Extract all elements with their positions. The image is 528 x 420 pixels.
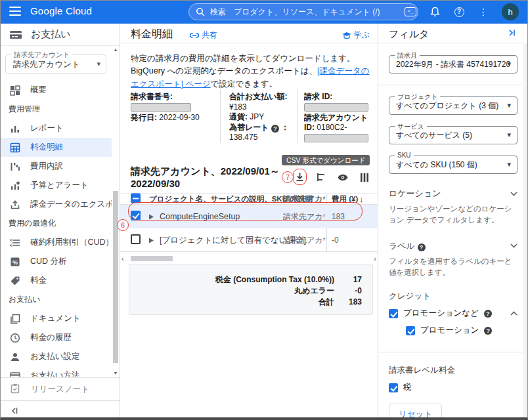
cost-table-icon — [9, 142, 21, 154]
table-row[interactable]: [プロジェクトに対して固有でない課金] 請求先アカウ -0 — [120, 228, 378, 252]
search-placeholder: 検索 プロダクト、リソース、ドキュメント (/) — [210, 7, 380, 18]
person-icon — [9, 351, 21, 363]
sidebar-item-payment-method[interactable]: お支払い方法 — [0, 366, 112, 377]
cloud-shell-icon[interactable]: >_ — [405, 6, 416, 18]
horizontal-scrollbar[interactable]: ‹ › — [121, 255, 376, 262]
page-title: 料金明細 — [131, 28, 173, 41]
billing-id-label: 請求 ID: — [304, 92, 332, 101]
help-icon[interactable]: ? — [453, 6, 465, 18]
sidebar-item-cud[interactable]: 確約利用割引（CUD） — [0, 233, 112, 252]
filter-scrollbar[interactable] — [523, 44, 527, 419]
promotions-group-label: プロモーションなど — [403, 308, 479, 319]
sidebar-item-label: 確約利用割引（CUD） — [30, 237, 112, 248]
column-display-button[interactable] — [359, 171, 370, 184]
scroll-right-arrow-icon[interactable]: › — [370, 255, 376, 262]
row-checkbox[interactable] — [131, 234, 141, 244]
sidebar-item-pricing[interactable]: 料金 — [0, 271, 112, 290]
annotation-step-7: 7 — [282, 171, 294, 183]
share-button[interactable]: 共有 — [190, 30, 217, 41]
sidebar-section-cost-optimization: 費用の最適化 — [0, 214, 112, 233]
sku-select[interactable]: SKU すべての SKU (150 個) ▾ — [389, 156, 517, 174]
learn-button[interactable]: 学ぶ — [342, 30, 370, 41]
scrollbar-up-arrow-icon[interactable]: ▲ — [112, 47, 119, 53]
select-label: プロジェクト — [395, 93, 440, 102]
select-label: 請求月 — [395, 51, 420, 60]
labels-section-title: ラベル — [389, 241, 415, 251]
hamburger-menu-icon[interactable] — [9, 7, 21, 16]
sidebar-scroll-area: 請求先アカウント 請求先アカウント ▾ 概要 費用管理 レポート 料金明細 費用… — [0, 47, 112, 377]
sidebar-item-label: レポート — [30, 123, 64, 134]
help-icon[interactable]: ? — [484, 310, 492, 318]
sidebar-item-cud-analysis[interactable]: % CUD 分析 — [0, 252, 112, 271]
divider — [378, 352, 523, 352]
chevron-down-icon[interactable] — [510, 243, 517, 248]
search-input[interactable]: 検索 プロダクト、リソース、ドキュメント (/) — [188, 3, 418, 20]
sort-descending-icon[interactable]: ↓ — [359, 194, 364, 204]
labels-section-header[interactable]: ラベル ? — [389, 240, 517, 252]
services-select[interactable]: サービス すべてのサービス (5) ▾ — [389, 126, 517, 144]
promotion-label: プロモーション — [420, 325, 479, 336]
collapse-sidebar-button[interactable] — [0, 400, 120, 420]
tax-value: 17 — [334, 274, 362, 285]
help-icon[interactable]: ? — [418, 243, 426, 251]
promotion-row: プロモーション ? — [406, 325, 517, 336]
budgets-alerts-icon — [9, 180, 21, 192]
billing-account-select[interactable]: 請求先アカウント 請求先アカウント ▾ — [5, 54, 106, 74]
report-icon — [9, 123, 21, 135]
totals-summary-box: 税金 (Consumption Tax (10.0%))17 丸めエラー-0 合… — [129, 264, 373, 315]
sidebar-item-documents[interactable]: ドキュメント — [0, 309, 112, 328]
promotions-group-checkbox[interactable] — [389, 309, 398, 318]
more-options-icon[interactable]: ⋮ — [477, 6, 489, 18]
hide-filter-panel-icon[interactable] — [508, 29, 516, 37]
help-icon[interactable]: ? — [271, 125, 279, 133]
filter-panel: フィルタ 請求月 2022年9月 - 請求書 4574191720 ▾ プロジェ… — [378, 24, 528, 420]
rounding-error-value: -0 — [334, 285, 362, 297]
sidebar-item-label: 課金データのエクスポート — [30, 199, 112, 210]
overview-icon — [9, 85, 21, 96]
scrollbar-down-arrow-icon[interactable]: ▼ — [112, 370, 119, 377]
expand-row-icon[interactable] — [149, 238, 154, 243]
select-label: SKU — [395, 152, 414, 159]
help-icon[interactable]: ? — [484, 327, 492, 335]
cud-icon — [9, 237, 21, 249]
show-hide-eye-button[interactable] — [337, 171, 349, 184]
sidebar-item-cost-table[interactable]: 料金明細 — [0, 138, 112, 157]
reset-button[interactable]: リセット — [389, 404, 442, 420]
scroll-left-arrow-icon[interactable]: ‹ — [121, 255, 128, 262]
payments-icon — [9, 30, 22, 40]
sidebar-scrollbar[interactable]: ▲ ▼ — [112, 47, 119, 377]
annotation-box-download — [293, 169, 307, 185]
sidebar-item-payment-settings[interactable]: お支払い設定 — [0, 347, 112, 366]
sidebar-item-budgets-alerts[interactable]: 予算とアラート — [0, 176, 112, 195]
sidebar-item-price-history[interactable]: 料金の履歴 — [0, 328, 112, 347]
redacted-billing-id — [304, 103, 368, 112]
divider — [220, 89, 221, 143]
credits-section-title: クレジット — [389, 291, 517, 302]
account-id-prefix: 0180C2- — [317, 123, 347, 132]
row-account: 請求先アカウ — [283, 234, 325, 245]
labels-section-description: フィルタを適用するラベルのキーと値を選択します。 — [389, 256, 517, 279]
promotion-checkbox[interactable] — [406, 326, 415, 335]
sidebar-item-cost-breakdown[interactable]: 費用内訳 — [0, 157, 112, 176]
sidebar-item-release-notes[interactable]: リリースノート — [0, 377, 120, 400]
chevron-up-icon[interactable] — [510, 311, 517, 316]
select-dropdown-arrow-icon: ▾ — [507, 160, 511, 169]
tax-checkbox[interactable] — [389, 383, 398, 392]
expand-hierarchy-button[interactable] — [315, 171, 327, 184]
annotation-step-6: 6 — [117, 219, 129, 231]
horizontal-scrollbar-thumb[interactable] — [131, 256, 173, 261]
sidebar-item-overview[interactable]: 概要 — [0, 81, 112, 100]
sidebar-item-label: お支払い設定 — [30, 351, 80, 362]
sidebar-item-billing-export[interactable]: 課金データのエクスポート — [0, 195, 112, 214]
location-section-description: リージョンやゾーンなどのロケーション データでフィルタします。 — [389, 203, 517, 226]
sidebar-item-reports[interactable]: レポート — [0, 119, 112, 138]
projects-select[interactable]: プロジェクト すべてのプロジェクト (3 個) ▾ — [389, 96, 517, 115]
location-section-header[interactable]: ロケーション — [389, 188, 517, 200]
sidebar-item-label: お支払い方法 — [30, 370, 80, 377]
sidebar-scrollbar-thumb[interactable] — [113, 191, 118, 363]
invoice-month-select[interactable]: 請求月 2022年9月 - 請求書 4574191720 ▾ — [389, 55, 517, 74]
pricing-tag-icon — [9, 275, 21, 287]
notifications-bell-icon[interactable] — [429, 6, 441, 18]
chevron-down-icon[interactable] — [510, 192, 517, 196]
account-avatar[interactable]: h — [502, 3, 519, 20]
